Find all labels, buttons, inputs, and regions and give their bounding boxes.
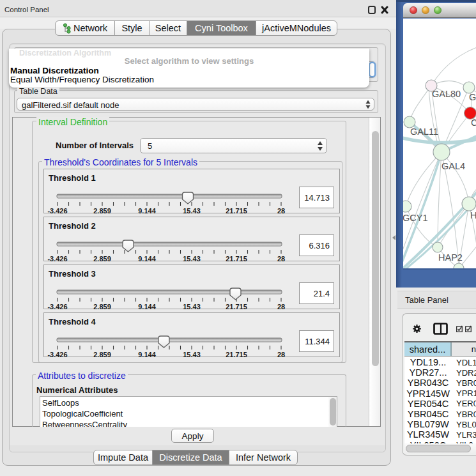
svg-text:GAL4: GAL4 — [441, 161, 465, 171]
svg-text:C: C — [471, 118, 476, 128]
svg-text:GAL80: GAL80 — [432, 89, 461, 99]
svg-text:GAL11: GAL11 — [410, 127, 438, 137]
svg-text:GCY1: GCY1 — [403, 213, 428, 223]
svg-text:GA: GA — [469, 92, 476, 102]
svg-text:H: H — [470, 210, 476, 220]
svg-text:HAP2: HAP2 — [438, 252, 463, 263]
